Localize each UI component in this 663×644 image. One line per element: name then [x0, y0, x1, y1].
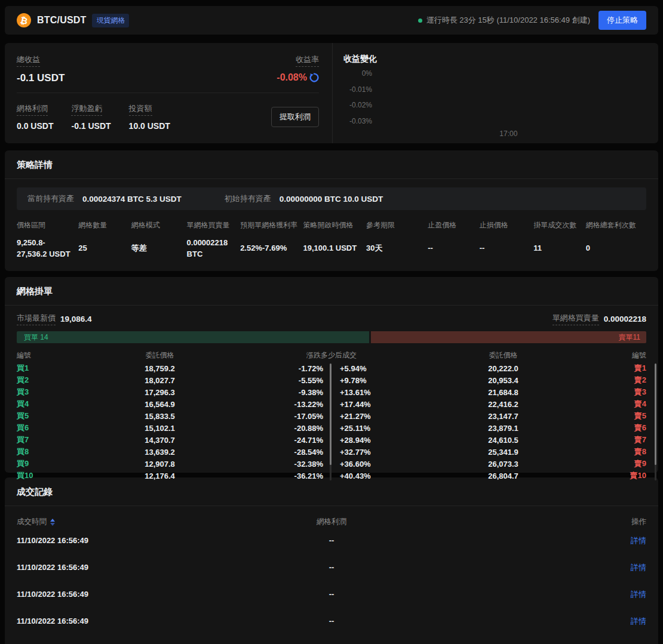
buy-order-row: 買912,907.8-32.38%	[17, 458, 332, 470]
sell-list-scrollbar[interactable]	[655, 363, 656, 480]
details-link[interactable]: 詳情	[631, 617, 646, 625]
buy-order-row: 買515,833.5-17.05%	[17, 410, 332, 422]
sell-order-row: +9.78%20,953.4賣2	[332, 374, 646, 386]
order-price: 15,833.5	[55, 412, 265, 421]
divider	[5, 305, 658, 306]
share-icon[interactable]	[309, 73, 319, 82]
stat-value: 0.0 USDT	[17, 121, 53, 131]
stop-strategy-button[interactable]: 停止策略	[598, 11, 646, 30]
trade-profit: --	[329, 590, 334, 599]
order-price: 26,073.3	[398, 460, 608, 469]
section-title: 網格掛單	[5, 277, 658, 305]
order-no: 買7	[17, 435, 55, 445]
order-pct: +25.11%	[332, 424, 398, 433]
scrollbar-thumb[interactable]	[655, 363, 656, 465]
page: ₿ BTC/USDT 現貨網格 運行時長 23分 15秒 (11/10/2022…	[0, 0, 663, 644]
sell-orders-bar: 賣單11	[371, 331, 646, 343]
latest-price-value: 19,086.4	[60, 315, 92, 323]
order-price: 26,804.7	[398, 472, 608, 480]
income-summary: 總收益 -0.1 USDT 收益率 -0.08%	[5, 43, 333, 143]
details-link[interactable]: 詳情	[631, 536, 646, 545]
order-price: 21,684.8	[398, 388, 608, 397]
order-no: 買1	[17, 363, 55, 374]
stat-value: -0.1 USDT	[71, 121, 110, 131]
order-price: 18,759.2	[55, 364, 265, 373]
order-pct: -1.72%	[265, 364, 332, 373]
field-label: 網格總套利次數	[586, 220, 646, 230]
per-grid-label: 單網格買賣量	[552, 313, 599, 325]
order-no: 賣7	[608, 435, 646, 445]
chart-title: 收益變化	[333, 43, 658, 64]
order-no: 買3	[17, 387, 55, 398]
order-pct: -28.54%	[265, 448, 332, 457]
field-value: 0	[586, 243, 646, 255]
field-value: 9,250.8-27,536.2 USDT	[17, 238, 78, 260]
stat-grid-profit: 網格利潤 0.0 USDT	[17, 103, 53, 131]
runtime-text: 運行時長 23分 15秒 (11/10/2022 16:56:49 創建)	[426, 15, 590, 26]
sort-icon[interactable]	[50, 519, 55, 526]
column-header-no: 編號	[608, 350, 646, 360]
grid-orders-panel: 網格掛單 市場最新價 19,086.4 單網格買賣量 0.00002218 買單…	[5, 277, 658, 473]
holding-value: 0.00000000 BTC 10.0 USDT	[280, 195, 383, 204]
stat-label: 網格利潤	[17, 103, 48, 116]
order-price: 25,341.9	[398, 448, 608, 457]
divider	[5, 506, 658, 506]
income-rate: 收益率 -0.08%	[277, 54, 319, 84]
order-price: 23,147.7	[398, 412, 608, 421]
order-no: 賣1	[608, 363, 646, 374]
strategy-type-badge: 現貨網格	[92, 14, 129, 27]
trade-time: 11/10/2022 16:56:49	[17, 536, 329, 545]
trade-row: 11/10/2022 16:56:49--詳情	[5, 608, 658, 634]
order-pct: +36.60%	[332, 460, 398, 469]
order-no: 賣2	[608, 375, 646, 386]
order-price: 22,416.2	[398, 400, 608, 409]
field-label: 單網格買賣量	[187, 220, 241, 230]
field-label: 止損價格	[480, 220, 534, 230]
column-header-no: 編號	[17, 350, 55, 360]
total-income-value: -0.1 USDT	[17, 72, 65, 84]
details-link[interactable]: 詳情	[631, 563, 646, 572]
buy-order-row: 買1012,176.4-36.21%	[17, 470, 332, 482]
field-label: 價格區間	[17, 220, 78, 230]
per-grid-value: 0.00002218	[604, 315, 646, 323]
trade-profit: --	[329, 563, 334, 572]
order-no: 賣10	[608, 470, 646, 481]
stat-value: 10.0 USDT	[129, 121, 170, 131]
sell-order-row: +13.61%21,684.8賣3	[332, 386, 646, 398]
divider	[5, 178, 658, 179]
trade-time: 11/10/2022 16:56:49	[17, 617, 329, 625]
order-no: 賣5	[608, 411, 646, 421]
field-value: 0.00002218 BTC	[187, 238, 241, 260]
order-price: 24,610.5	[398, 436, 608, 445]
sell-orders-list: 委託價格 編號 +5.94%20,222.0賣1 +9.78%20,953.4賣…	[332, 348, 646, 482]
trade-profit: --	[329, 536, 334, 545]
initial-holdings: 初始持有資產 0.00000000 BTC 10.0 USDT	[225, 193, 383, 204]
latest-price-label: 市場最新價	[17, 313, 56, 325]
order-pct: -20.88%	[265, 424, 332, 433]
sell-order-row: +32.77%25,341.9賣8	[332, 446, 646, 458]
stat-label: 浮動盈虧	[71, 103, 102, 116]
order-no: 買4	[17, 399, 55, 409]
order-pct: -5.55%	[265, 376, 332, 385]
running-dot-icon	[418, 19, 422, 23]
order-no: 買8	[17, 446, 55, 457]
x-tick: 17:00	[499, 130, 517, 138]
order-price: 13,639.2	[55, 448, 265, 457]
withdraw-profit-button[interactable]: 提取利潤	[271, 107, 319, 127]
order-price: 15,102.1	[55, 424, 265, 433]
order-no: 賣3	[608, 387, 646, 398]
order-price: 23,879.1	[398, 424, 608, 433]
details-link[interactable]: 詳情	[631, 590, 646, 599]
order-price: 20,222.0	[398, 364, 608, 373]
divider	[17, 93, 319, 93]
order-pct: +9.78%	[332, 376, 398, 385]
order-no: 買5	[17, 411, 55, 421]
field-label: 策略開啟時價格	[303, 220, 366, 230]
field-label: 網格數量	[78, 220, 131, 230]
sell-order-row: +40.43%26,804.7賣10	[332, 470, 646, 482]
field-value: 30天	[366, 243, 428, 255]
buy-orders-list: 編號 委託價格 買118,759.2-1.72% 買218,027.7-5.55…	[17, 348, 332, 482]
top-bar-right: 運行時長 23分 15秒 (11/10/2022 16:56:49 創建) 停止…	[418, 11, 646, 30]
order-price: 16,564.9	[55, 400, 265, 409]
sell-order-row: +5.94%20,222.0賣1	[332, 362, 646, 374]
